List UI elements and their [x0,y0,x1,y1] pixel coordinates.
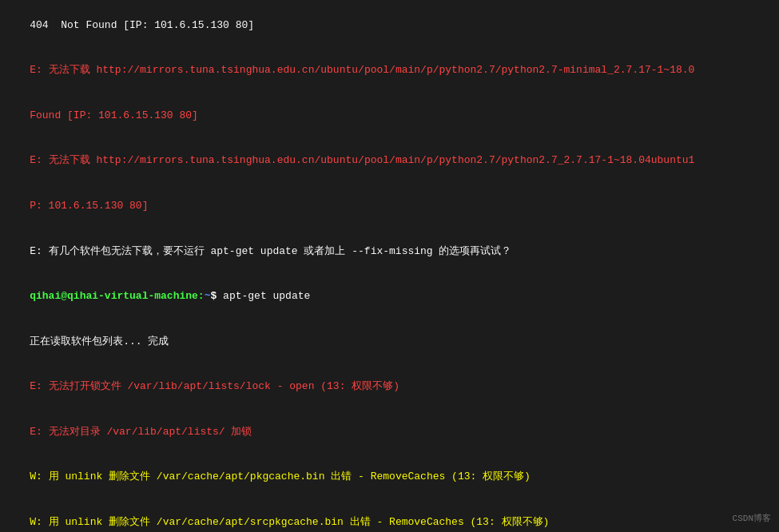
line-text: Found [IP: 101.6.15.130 80] [80,19,254,31]
terminal-line: 正在读取软件包列表... 完成 [5,320,774,365]
terminal-prompt-line: qihai@qihai-virtual-machine:~$ apt-get u… [5,274,774,320]
prompt-user: qihai@qihai-virtual-machine [30,290,198,302]
line-text: W: 用 unlink 删除文件 /var/cache/apt/pkgcache… [30,470,531,482]
line-text: P: 101.6.15.130 80] [30,200,148,212]
prompt-dollar: $ [210,290,223,302]
terminal-line: E: 无法下载 http://mirrors.tuna.tsinghua.edu… [5,139,774,185]
line-text: 正在读取软件包列表... 完成 [30,335,169,347]
terminal-line: E: 有几个软件包无法下载，要不运行 apt-get update 或者加上 -… [5,229,774,275]
terminal-window: 404 Not Found [IP: 101.6.15.130 80] E: 无… [0,0,779,532]
watermark: CSDN博客 [733,513,771,526]
line-text: E: 无法下载 http://mirrors.tuna.tsinghua.edu… [30,64,694,76]
line-text: Not [61,19,79,31]
line-text: E: 无法对目录 /var/lib/apt/lists/ 加锁 [30,426,252,438]
terminal-line: W: 用 unlink 删除文件 /var/cache/apt/pkgcache… [5,455,774,500]
prompt-command: apt-get update [223,290,310,302]
line-text: W: 用 unlink 删除文件 /var/cache/apt/srcpkgca… [30,516,549,528]
terminal-line: E: 无法下载 http://mirrors.tuna.tsinghua.edu… [5,49,774,94]
terminal-line: W: 用 unlink 删除文件 /var/cache/apt/srcpkgca… [5,500,774,532]
line-text: E: 无法打开锁文件 /var/lib/apt/lists/lock - ope… [30,380,399,392]
line-text: E: 无法下载 http://mirrors.tuna.tsinghua.edu… [30,154,694,166]
terminal-line: 404 Not Found [IP: 101.6.15.130 80] [5,3,774,49]
terminal-line: P: 101.6.15.130 80] [5,184,774,229]
terminal-line: Found [IP: 101.6.15.130 80] [5,93,774,139]
prompt-colon: : [198,290,205,302]
line-text: E: 有几个软件包无法下载，要不运行 apt-get update 或者加上 -… [30,245,511,257]
terminal-line: E: 无法对目录 /var/lib/apt/lists/ 加锁 [5,410,774,455]
line-text: 404 [30,19,61,31]
terminal-line: E: 无法打开锁文件 /var/lib/apt/lists/lock - ope… [5,364,774,410]
line-text: Found [IP: 101.6.15.130 80] [30,109,198,121]
